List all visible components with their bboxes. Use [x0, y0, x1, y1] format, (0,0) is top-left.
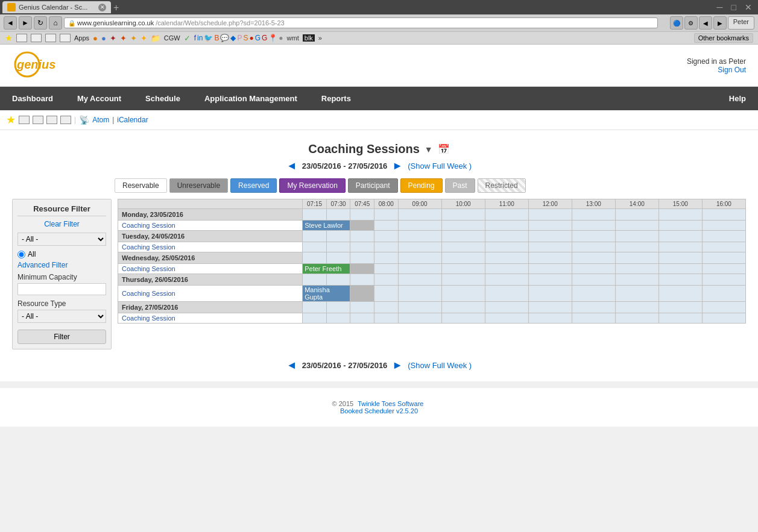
bm-more[interactable]: »: [318, 34, 322, 42]
bookmark-icon1[interactable]: ●: [93, 34, 98, 43]
legend-past[interactable]: Past: [445, 178, 475, 193]
legend-my-reservation[interactable]: My Reservation: [279, 178, 345, 193]
monday-s8[interactable]: [659, 221, 702, 231]
filter-dropdown-icon[interactable]: ▼: [425, 145, 433, 154]
legend-participant[interactable]: Participant: [348, 178, 398, 193]
wednesday-session-name[interactable]: Coaching Session: [118, 264, 303, 274]
all-select-1[interactable]: - All -: [17, 233, 106, 246]
bm-pp[interactable]: P: [237, 34, 242, 42]
monday-s1[interactable]: [374, 221, 399, 231]
legend-reserved[interactable]: Reserved: [230, 178, 277, 193]
toolbar-view-week[interactable]: [33, 116, 43, 124]
prev-week-arrow[interactable]: ◄: [286, 160, 297, 172]
star-button[interactable]: ☆: [660, 17, 668, 29]
footer-company-link[interactable]: Twinkle Toes Software: [358, 400, 423, 407]
nav-reports[interactable]: Reports: [309, 87, 363, 110]
monday-slot-0745[interactable]: [350, 209, 374, 221]
bookmark-view3[interactable]: [45, 34, 56, 42]
bookmark-icon5[interactable]: ✦: [130, 34, 137, 43]
monday-slot-1300[interactable]: [572, 209, 615, 221]
bookmark-star-icon[interactable]: ★: [5, 33, 13, 43]
refresh-button[interactable]: ↻: [34, 16, 47, 30]
monday-s7[interactable]: [615, 221, 659, 231]
forward-button[interactable]: ►: [19, 16, 32, 30]
monday-slot-0715[interactable]: [303, 209, 327, 221]
friday-session-name[interactable]: Coaching Session: [118, 313, 303, 324]
monday-s4[interactable]: [485, 221, 528, 231]
wednesday-booking-cell[interactable]: Peter Freeth: [303, 264, 350, 274]
bm-map[interactable]: 📍: [268, 34, 277, 42]
icalendar-link[interactable]: iCalendar: [117, 116, 148, 124]
toolbar-view-year[interactable]: [60, 116, 71, 124]
monday-s3[interactable]: [441, 221, 485, 231]
monday-slot-1400[interactable]: [615, 209, 659, 221]
bottom-next-arrow[interactable]: ►: [392, 359, 403, 372]
show-full-week-link[interactable]: (Show Full Week ): [408, 161, 472, 171]
bm-fb[interactable]: f: [194, 34, 196, 42]
legend-unreservable[interactable]: Unreservable: [169, 178, 228, 193]
bookmark-view4[interactable]: [60, 34, 71, 42]
back-button[interactable]: ◄: [4, 16, 17, 30]
monday-slot-0900[interactable]: [398, 209, 441, 221]
nav-help[interactable]: Help: [717, 87, 758, 110]
bookmark-icon6[interactable]: ✦: [141, 34, 147, 43]
legend-reservable[interactable]: Reservable: [115, 178, 167, 193]
radio-all[interactable]: All: [17, 250, 106, 258]
bottom-show-full-week[interactable]: (Show Full Week ): [408, 361, 472, 370]
tuesday-session-name[interactable]: Coaching Session: [118, 242, 303, 252]
sign-out-link[interactable]: Sign Out: [718, 66, 746, 74]
extension-icon-1[interactable]: 🔵: [670, 16, 683, 30]
legend-pending[interactable]: Pending: [400, 178, 443, 193]
monday-slot-1200[interactable]: [528, 209, 572, 221]
nav-app-management[interactable]: Application Management: [192, 87, 309, 110]
extension-icon-2[interactable]: ⚙: [684, 16, 698, 30]
address-bar[interactable]: 🔒 www.geniuslearning.co.uk /calendar/Web…: [64, 17, 658, 28]
toolbar-view-month[interactable]: [46, 116, 57, 124]
extension-icon-3[interactable]: ◀: [699, 16, 712, 30]
monday-slot-0800[interactable]: [374, 209, 399, 221]
monday-s6[interactable]: [572, 221, 615, 231]
extension-icon-4[interactable]: ▶: [713, 16, 727, 30]
monday-slot-1500[interactable]: [659, 209, 702, 221]
browser-tab[interactable]: Genius Calendar - Sc... ✕: [2, 1, 111, 13]
atom-link[interactable]: Atom: [92, 116, 109, 124]
bookmark-view2[interactable]: [31, 34, 42, 42]
toolbar-view-day[interactable]: [19, 116, 30, 124]
home-button[interactable]: ⌂: [49, 16, 62, 30]
new-tab-button[interactable]: +: [113, 2, 119, 13]
monday-slot-1600[interactable]: [702, 209, 745, 221]
bm-bl[interactable]: B: [214, 34, 219, 42]
thursday-session-name[interactable]: Coaching Session: [118, 286, 303, 302]
bm-g2[interactable]: G: [262, 34, 267, 42]
next-week-arrow[interactable]: ►: [392, 160, 403, 172]
toolbar-star-icon[interactable]: ★: [6, 113, 16, 127]
monday-slot-0730[interactable]: [326, 209, 350, 221]
clear-filter-link[interactable]: Clear Filter: [17, 220, 106, 228]
min-capacity-input[interactable]: [17, 283, 106, 295]
bm-li[interactable]: in: [197, 34, 203, 42]
radio-all-input[interactable]: [17, 251, 25, 258]
nav-dashboard[interactable]: Dashboard: [0, 87, 65, 110]
filter-button[interactable]: Filter: [17, 330, 106, 344]
bookmark-icon3[interactable]: ✦: [110, 34, 116, 43]
bm-wmt[interactable]: wmt: [287, 34, 299, 42]
other-bookmarks[interactable]: Other bookmarks: [694, 33, 753, 43]
bookmark-cgw[interactable]: CGW: [164, 34, 180, 42]
bookmark-apps[interactable]: Apps: [74, 34, 89, 42]
monday-s5[interactable]: [528, 221, 572, 231]
bm-wa[interactable]: 💬: [220, 34, 229, 42]
bookmark-icon2[interactable]: ●: [101, 34, 106, 43]
monday-s9[interactable]: [702, 221, 745, 231]
bookmark-view1[interactable]: [16, 34, 27, 42]
bottom-prev-arrow[interactable]: ◄: [286, 359, 297, 372]
monday-booking-cell[interactable]: Steve Lawlor: [303, 221, 350, 231]
bm-g[interactable]: G: [255, 34, 261, 42]
bm-db[interactable]: ◆: [230, 34, 236, 42]
nav-my-account[interactable]: My Account: [65, 87, 133, 110]
bm-tw[interactable]: 🐦: [204, 34, 213, 42]
bm-blk[interactable]: blk: [303, 34, 315, 42]
monday-slot-1000[interactable]: [441, 209, 485, 221]
bookmark-folder[interactable]: 📁: [151, 34, 160, 43]
resource-type-select[interactable]: - All -: [17, 310, 106, 323]
bookmark-check[interactable]: ✓: [184, 34, 191, 43]
